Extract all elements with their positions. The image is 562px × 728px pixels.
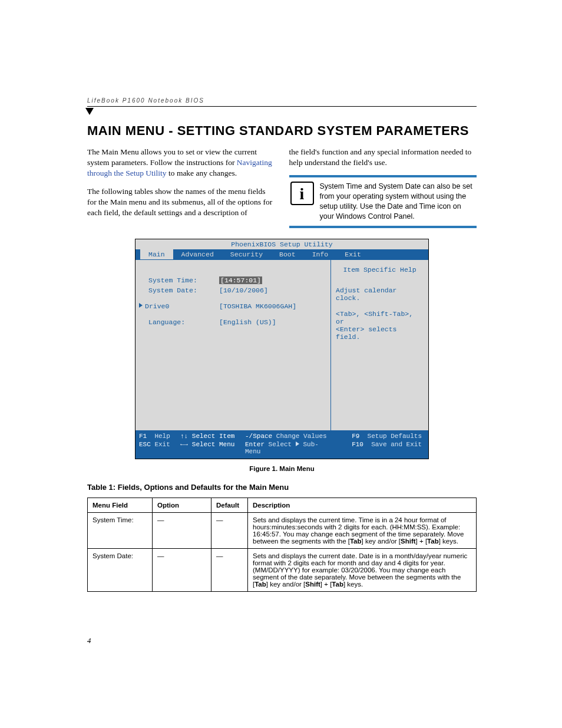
tab-info[interactable]: Info [304,249,337,259]
note-text: System Time and System Date can also be … [320,182,476,222]
drive0-label-text: Drive0 [145,302,169,310]
bios-main-panel: System Time: [14:57:01] System Date: [10… [135,259,331,430]
document-page: LifeBook P1600 Notebook BIOS MAIN MENU -… [0,0,562,728]
drive0-label: Drive0 [139,302,219,310]
tab-boot[interactable]: Boot [271,249,304,259]
intro-paragraph-1: The Main Menu allows you to set or view … [87,147,275,179]
language-label: Language: [148,318,219,326]
corner-triangle-icon [85,108,94,115]
tab-advanced[interactable]: Advanced [173,249,222,259]
tab-exit[interactable]: Exit [336,249,369,259]
language-row: Language: [English (US)] [148,318,325,326]
table-row: System Date:——Sets and displays the curr… [88,548,477,591]
enter-submenu-hint: Enter Select Sub-Menu [245,441,333,455]
cell-default: — [211,548,248,591]
cell-menu-field: System Date: [88,548,153,591]
help-title: Item Specific Help [336,266,424,274]
help-line-2: <Tab>, <Shift-Tab>, or [336,310,424,325]
bios-help-panel: Item Specific Help Adjust calendar clock… [331,259,428,430]
info-icon: i [290,182,314,205]
th-default: Default [211,498,248,512]
table-header-row: Menu Field Option Default Description [88,498,477,512]
submenu-triangle-icon [139,303,143,308]
fields-table: Menu Field Option Default Description Sy… [87,498,477,592]
change-values-hint: -/Space Change Values [245,433,333,440]
tab-security[interactable]: Security [222,249,271,259]
table-title: Table 1: Fields, Options and Defaults fo… [87,483,477,492]
drive0-value: [TOSHIBA MK6006GAH] [219,302,296,310]
tab-main[interactable]: Main [140,249,173,259]
info-note-box: i System Time and System Date can also b… [289,175,477,228]
cell-description: Sets and displays the current date. Date… [248,548,477,591]
intro-paragraph-2-cont: the field's function and any special inf… [289,147,477,168]
submenu-triangle-icon [296,442,299,446]
system-time-value[interactable]: [14:57:01] [219,276,262,284]
esc-key: ESC Exit [139,441,180,455]
system-time-row: System Time: [14:57:01] [148,276,325,284]
f9-hint: F9 Setup Defaults [333,433,422,440]
th-menu-field: Menu Field [88,498,153,512]
cell-default: — [211,512,248,548]
figure-caption: Figure 1. Main Menu [87,465,477,472]
cell-menu-field: System Time: [88,512,153,548]
bios-screenshot: PhoenixBIOS Setup Utility Main Advanced … [135,239,429,459]
system-date-row: System Date: [10/10/2006] [148,286,325,294]
drive0-row[interactable]: Drive0 [TOSHIBA MK6006GAH] [139,302,325,310]
help-line-1: Adjust calendar clock. [336,286,424,302]
f10-hint: F10 Save and Exit [333,441,422,455]
intro-paragraph-2: The following tables show the names of t… [87,186,275,219]
f1-key: F1 Help [139,433,180,440]
language-value[interactable]: [English (US)] [219,318,276,326]
head-rule [87,106,477,107]
system-date-value[interactable]: [10/10/2006] [219,286,268,294]
system-time-label: System Time: [148,276,219,284]
page-number: 4 [87,636,91,645]
cell-description: Sets and displays the current time. Time… [248,512,477,548]
help-line-3: <Enter> selects field. [336,325,424,341]
cell-option: — [153,512,211,548]
cell-option: — [153,548,211,591]
th-description: Description [248,498,477,512]
bios-footer: F1 Help ↑↓ Select Item -/Space Change Va… [135,430,428,459]
select-item-hint: ↑↓ Select Item [180,433,245,440]
page-title: MAIN MENU - SETTING STANDARD SYSTEM PARA… [87,123,477,139]
bios-tabs: Main Advanced Security Boot Info Exit [135,249,428,259]
th-option: Option [153,498,211,512]
intro-text-tail: to make any changes. [167,169,237,177]
system-date-label: System Date: [148,286,219,294]
running-head: LifeBook P1600 Notebook BIOS [87,97,477,104]
bios-body: System Time: [14:57:01] System Date: [10… [135,259,428,430]
intro-text: The Main Menu allows you to set or view … [87,147,257,167]
intro-columns: The Main Menu allows you to set or view … [87,147,477,228]
select-menu-hint: ←→ Select Menu [180,441,245,455]
bios-utility-title: PhoenixBIOS Setup Utility [135,239,428,249]
table-row: System Time:——Sets and displays the curr… [88,512,477,548]
